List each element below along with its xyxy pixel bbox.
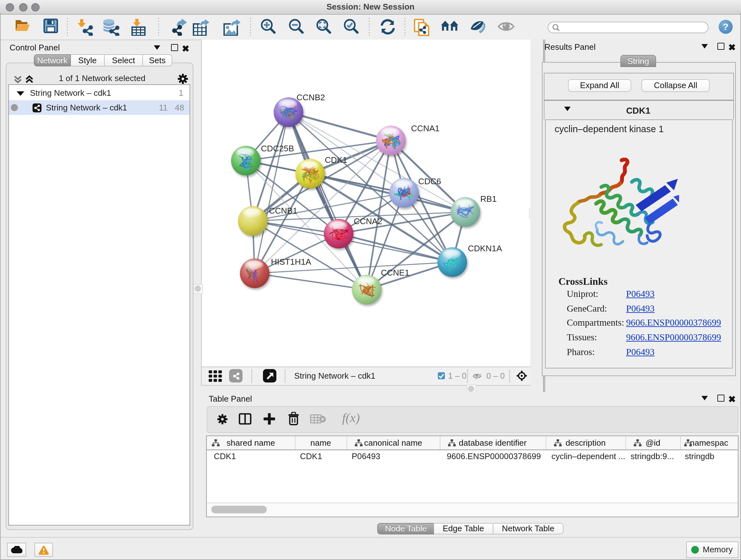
- svg-text:CCNA1: CCNA1: [411, 124, 440, 133]
- svg-text:CDC25B: CDC25B: [261, 144, 294, 153]
- svg-text:HIST1H1A: HIST1H1A: [271, 257, 312, 266]
- svg-text:CDKN1A: CDKN1A: [468, 244, 502, 253]
- svg-text:RB1: RB1: [480, 194, 496, 204]
- svg-text:CCNA2: CCNA2: [354, 216, 382, 226]
- svg-text:CDK1: CDK1: [325, 155, 347, 165]
- svg-text:CDC6: CDC6: [418, 177, 441, 186]
- svg-text:CCNE1: CCNE1: [381, 268, 409, 277]
- svg-text:CCNB2: CCNB2: [296, 92, 325, 102]
- svg-text:CCNB1: CCNB1: [269, 206, 297, 215]
